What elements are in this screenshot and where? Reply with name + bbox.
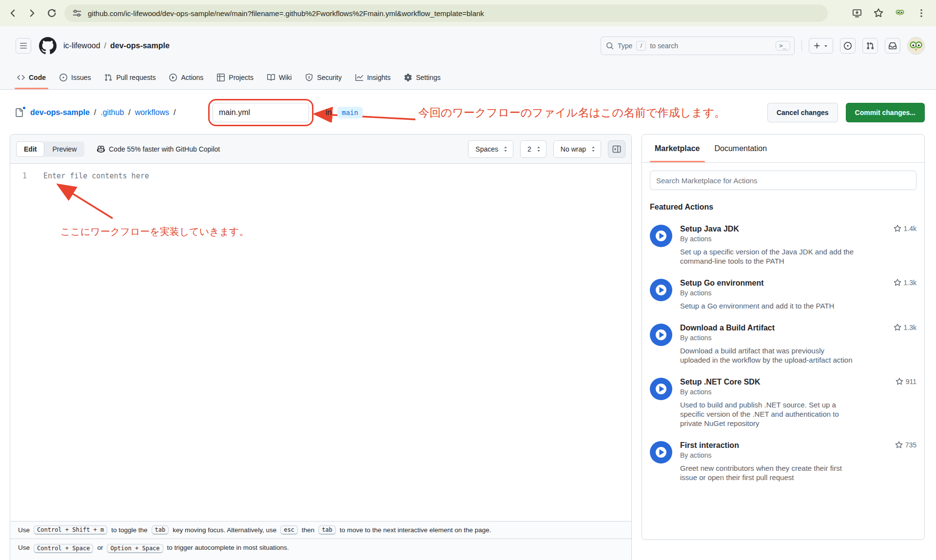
editor-annotation-arrow — [44, 178, 132, 227]
user-avatar[interactable] — [907, 37, 925, 55]
browser-back-icon[interactable] — [8, 8, 18, 18]
repo-link[interactable]: dev-ops-sample — [110, 41, 170, 50]
header-divider — [801, 40, 802, 51]
action-title: Setup Go environment — [680, 279, 764, 288]
breadcrumb-dir-workflows[interactable]: workflows — [135, 108, 169, 117]
copilot-banner[interactable]: Code 55% faster with GitHub Copilot — [97, 145, 220, 153]
search-placeholder-2: to search — [650, 42, 678, 50]
kbd-esc: esc — [280, 525, 298, 535]
filename-input[interactable] — [213, 103, 309, 122]
star-icon — [896, 378, 903, 386]
action-title: Setup Java JDK — [680, 225, 739, 233]
install-app-icon[interactable] — [852, 8, 862, 18]
inbox-button[interactable] — [885, 38, 900, 54]
file-bar: dev-ops-sample / .github / workflows / i… — [15, 99, 925, 126]
breadcrumb-separator: / — [104, 41, 106, 50]
tab-issues[interactable]: Issues — [54, 65, 96, 89]
issues-button[interactable] — [840, 38, 856, 54]
action-play-icon — [650, 225, 672, 247]
tab-settings[interactable]: Settings — [399, 65, 446, 89]
star-icon — [894, 324, 901, 331]
kbd-control-shift-m: Control + Shift + m — [34, 525, 107, 535]
breadcrumb-repo-link[interactable]: dev-ops-sample — [30, 108, 90, 117]
command-palette-icon[interactable]: >_ — [776, 41, 790, 51]
in-label: in — [326, 108, 332, 117]
code-editor[interactable]: 1 Enter file contents here ここにワークフローを実装し… — [10, 164, 631, 521]
browser-chrome: github.com/ic-lifewood/dev-ops-sample/ne… — [0, 0, 936, 26]
tab-marketplace[interactable]: Marketplace — [650, 135, 705, 162]
tab-code[interactable]: Code — [12, 65, 51, 89]
action-description: Setup a Go environment and add it to the… — [680, 301, 855, 310]
edit-tab[interactable]: Edit — [16, 141, 44, 157]
action-card-setup-java-jdk[interactable]: Setup Java JDK 1.4k By actions Set up a … — [650, 225, 916, 266]
tab-wiki[interactable]: Wiki — [262, 65, 297, 89]
browser-menu-icon[interactable] — [916, 8, 926, 18]
tab-actions[interactable]: Actions — [164, 65, 209, 89]
action-play-icon — [650, 378, 672, 400]
toggle-side-panel-button[interactable] — [608, 140, 625, 158]
global-menu-button[interactable] — [16, 38, 31, 54]
featured-actions-title: Featured Actions — [650, 203, 916, 212]
tab-security[interactable]: Security — [300, 65, 347, 89]
tab-documentation[interactable]: Documentation — [710, 135, 772, 162]
slash-key-hint: / — [636, 41, 646, 51]
pull-requests-button[interactable] — [862, 38, 878, 54]
action-author: By actions — [680, 388, 916, 396]
action-author: By actions — [680, 235, 916, 243]
editor-placeholder: Enter file contents here — [43, 172, 149, 180]
kbd-tab-2: tab — [318, 525, 336, 535]
bookmark-star-icon[interactable] — [874, 8, 883, 18]
global-search[interactable]: Type / to search >_ — [601, 37, 795, 55]
action-description: Set up a specific version of the Java JD… — [680, 247, 855, 266]
marketplace-sidebar: Marketplace Documentation Featured Actio… — [642, 134, 925, 540]
site-info-icon[interactable] — [72, 8, 82, 18]
action-card-setup-go-environment[interactable]: Setup Go environment 1.3k By actions Set… — [650, 279, 916, 310]
star-icon — [895, 441, 903, 449]
action-play-icon — [650, 279, 672, 301]
github-logo[interactable] — [39, 37, 57, 55]
star-count: 1.3k — [894, 324, 916, 331]
editor-panel: Edit Preview Code 55% faster with GitHub… — [10, 134, 632, 560]
search-placeholder-1: Type — [618, 42, 632, 50]
cancel-changes-button[interactable]: Cancel changes — [767, 103, 838, 122]
context-breadcrumb: ic-lifewood / dev-ops-sample — [63, 41, 170, 50]
wrap-mode-select[interactable]: No wrap — [553, 140, 601, 158]
breadcrumb-dir-github[interactable]: .github — [100, 108, 124, 117]
action-author: By actions — [680, 451, 916, 459]
indent-mode-select[interactable]: Spaces — [468, 140, 513, 158]
owner-link[interactable]: ic-lifewood — [63, 41, 100, 50]
browser-extension-icon[interactable] — [895, 8, 905, 18]
indent-size-select[interactable]: 2 — [520, 140, 546, 158]
star-count: 911 — [896, 378, 916, 386]
action-author: By actions — [680, 289, 916, 297]
action-title: Download a Build Artifact — [680, 324, 775, 332]
action-description: Used to build and publish .NET source. S… — [680, 400, 855, 428]
marketplace-search-input[interactable] — [650, 171, 916, 190]
star-count: 1.4k — [894, 225, 916, 232]
action-title: First interaction — [680, 441, 739, 450]
star-icon — [894, 279, 901, 287]
modified-dot-icon — [22, 106, 26, 110]
action-card-setup-dotnet-core-sdk[interactable]: Setup .NET Core SDK 911 By actions Used … — [650, 378, 916, 428]
action-card-first-interaction[interactable]: First interaction 735 By actions Greet n… — [650, 441, 916, 482]
preview-tab[interactable]: Preview — [44, 141, 84, 157]
repo-nav: Code Issues Pull requests Actions Projec… — [0, 65, 936, 89]
action-title: Setup .NET Core SDK — [680, 378, 760, 386]
star-count: 735 — [895, 441, 916, 449]
browser-reload-icon[interactable] — [47, 8, 57, 18]
tab-insights[interactable]: Insights — [350, 65, 396, 89]
browser-address-bar[interactable]: github.com/ic-lifewood/dev-ops-sample/ne… — [64, 4, 828, 22]
kbd-tab: tab — [152, 525, 169, 535]
commit-changes-button[interactable]: Commit changes... — [846, 103, 925, 122]
tab-projects[interactable]: Projects — [212, 65, 259, 89]
file-icon — [15, 108, 25, 117]
create-new-button[interactable] — [809, 38, 833, 54]
action-card-download-build-artifact[interactable]: Download a Build Artifact 1.3k By action… — [650, 324, 916, 365]
tab-pull-requests[interactable]: Pull requests — [99, 65, 161, 89]
kbd-control-space: Control + Space — [34, 544, 93, 553]
branch-badge[interactable]: main — [337, 107, 363, 118]
browser-forward-icon[interactable] — [27, 8, 37, 18]
editor-annotation-text: ここにワークフローを実装していきます。 — [60, 225, 249, 238]
url-text[interactable]: github.com/ic-lifewood/dev-ops-sample/ne… — [88, 9, 484, 18]
action-play-icon — [650, 441, 672, 463]
